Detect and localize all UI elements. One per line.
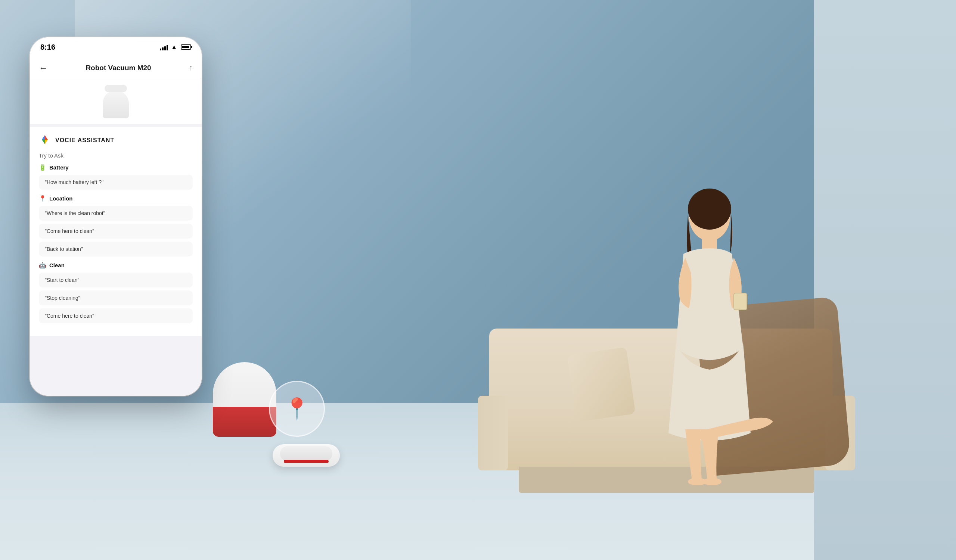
clean-category-icon: 🤖: [39, 262, 46, 269]
status-time: 8:16: [40, 43, 55, 52]
base-red-strip: [213, 407, 276, 437]
phone: 8:16 ▲ ← Robot Vacuum M20 ↑: [30, 37, 202, 396]
voice-logo-icon: [39, 134, 51, 146]
svg-marker-7: [45, 135, 48, 140]
battery-category-header: 🔋 Battery: [39, 164, 193, 171]
share-button[interactable]: ↑: [189, 63, 193, 72]
app-header: ← Robot Vacuum M20 ↑: [30, 57, 202, 79]
suggestion-clean-1[interactable]: "Start to clean": [39, 273, 193, 287]
battery-category-icon: 🔋: [39, 164, 46, 171]
status-icons: ▲: [160, 44, 191, 50]
app-title: Robot Vacuum M20: [85, 64, 151, 72]
clean-category-label: Clean: [49, 262, 64, 268]
signal-icon: [160, 44, 168, 50]
pin-circle: 📍: [269, 381, 325, 437]
robot-body: [273, 444, 340, 467]
suggestion-location-2[interactable]: "Come here to clean": [39, 224, 193, 238]
svg-rect-3: [734, 293, 747, 310]
back-button[interactable]: ←: [39, 63, 48, 73]
battery-category: 🔋 Battery "How much battery left ?": [39, 164, 193, 190]
clean-category-header: 🤖 Clean: [39, 262, 193, 269]
robot-top: [280, 446, 332, 461]
battery-icon: [181, 44, 191, 50]
phone-wrapper: 8:16 ▲ ← Robot Vacuum M20 ↑: [30, 37, 202, 523]
wifi-icon: ▲: [171, 44, 177, 50]
cushion: [567, 347, 635, 422]
voice-title: VOCIE ASSISTANT: [55, 137, 114, 144]
robot-red-strip: [284, 460, 329, 463]
location-pin: 📍: [269, 381, 325, 441]
location-category-label: Location: [49, 195, 73, 202]
suggestion-clean-2[interactable]: "Stop cleaning": [39, 290, 193, 305]
battery-category-label: Battery: [49, 164, 69, 171]
svg-point-1: [688, 188, 731, 230]
svg-marker-6: [42, 135, 45, 140]
location-category-header: 📍 Location: [39, 195, 193, 202]
clean-category: 🤖 Clean "Start to clean" "Stop cleaning"…: [39, 262, 193, 323]
device-image-area: [30, 79, 202, 124]
sofa-arm-left: [478, 396, 508, 471]
svg-marker-9: [45, 140, 48, 144]
voice-section: VOCIE ASSISTANT Try to Ask 🔋 Battery "Ho…: [30, 127, 202, 336]
location-category: 📍 Location "Where is the clean robot" "C…: [39, 195, 193, 256]
scroll-area: VOCIE ASSISTANT Try to Ask 🔋 Battery "Ho…: [30, 79, 202, 396]
device-image: [101, 85, 131, 118]
suggestion-clean-3[interactable]: "Come here to clean": [39, 308, 193, 323]
location-category-icon: 📍: [39, 195, 46, 202]
svg-point-5: [703, 478, 722, 485]
suggestion-location-3[interactable]: "Back to station": [39, 242, 193, 256]
suggestion-location-1[interactable]: "Where is the clean robot": [39, 206, 193, 221]
status-bar: 8:16 ▲: [30, 37, 202, 57]
battery-fill: [182, 46, 189, 48]
device-img-base: [103, 90, 129, 118]
suggestion-battery-1[interactable]: "How much battery left ?": [39, 175, 193, 190]
robot-vacuum: [273, 444, 340, 467]
voice-header: VOCIE ASSISTANT: [39, 134, 193, 146]
device-img-top: [105, 85, 127, 92]
pin-icon: 📍: [284, 397, 310, 421]
svg-marker-8: [42, 140, 45, 144]
person: [627, 179, 777, 485]
try-ask-label: Try to Ask: [39, 152, 193, 158]
